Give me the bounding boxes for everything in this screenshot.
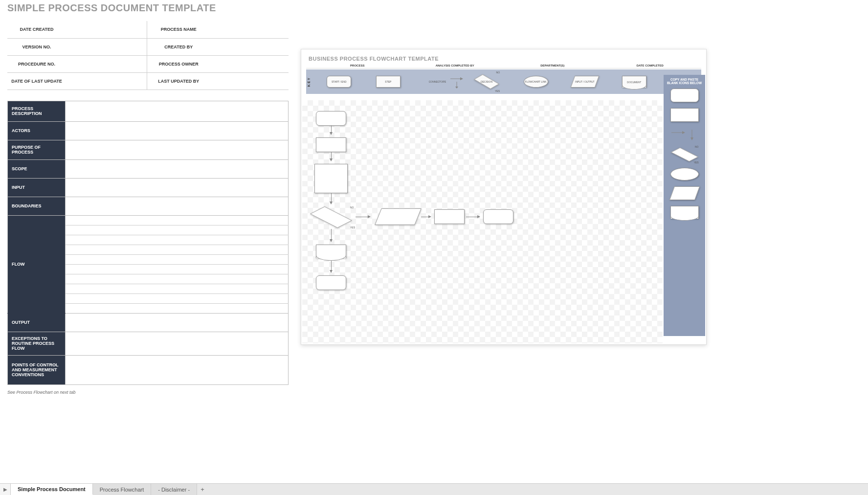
canvas-document-shape[interactable]	[316, 245, 346, 258]
add-sheet-button[interactable]: +	[197, 486, 208, 493]
tab-disclaimer[interactable]: - Disclaimer -	[151, 484, 197, 495]
value-input[interactable]	[66, 178, 289, 197]
sheet-tab-bar: ▶ Simple Process Document Process Flowch…	[0, 483, 868, 495]
arrow-down-icon	[331, 126, 332, 135]
page-title: SIMPLE PROCESS DOCUMENT TEMPLATE	[7, 2, 289, 14]
label-procedure-no: PROCEDURE NO.	[7, 55, 66, 72]
canvas-process-shape[interactable]	[316, 137, 346, 152]
flow-row[interactable]	[66, 215, 289, 225]
svg-marker-5	[682, 131, 685, 134]
value-scope[interactable]	[66, 159, 289, 178]
value-created-by[interactable]	[210, 38, 289, 55]
label-date-last-update: DATE OF LAST UPDATE	[7, 72, 66, 90]
flow-row[interactable]	[66, 303, 289, 313]
label-created-by: CREATED BY	[147, 38, 210, 55]
tab-process-flowchart[interactable]: Process Flowchart	[93, 484, 151, 495]
flowchart-title: BUSINESS PROCESS FLOWCHART TEMPLATE	[309, 56, 701, 62]
value-purpose[interactable]	[66, 140, 289, 159]
canvas-io-shape[interactable]	[375, 208, 422, 225]
flow-row[interactable]	[66, 245, 289, 254]
arrow-down-icon	[331, 229, 332, 242]
value-points[interactable]	[66, 355, 289, 384]
label-process-description: PROCESS DESCRIPTION	[8, 101, 66, 121]
process-document-template: SIMPLE PROCESS DOCUMENT TEMPLATE DATE CR…	[7, 2, 289, 395]
canvas-process-shape-2[interactable]	[434, 209, 465, 224]
palette-decision[interactable]: NO YES	[670, 147, 699, 162]
flow-row[interactable]	[66, 235, 289, 245]
palette-ellipse[interactable]	[670, 168, 699, 180]
terminator-shape-icon: START / END	[327, 76, 351, 88]
palette-connectors[interactable]	[670, 128, 699, 141]
svg-marker-1	[460, 77, 463, 80]
header-departments: DEPARTMENT(S)	[504, 64, 601, 67]
value-process-owner[interactable]	[210, 55, 289, 72]
legend-document: DOCUMENT	[609, 76, 659, 88]
value-version-no[interactable]	[66, 38, 147, 55]
label-scope: SCOPE	[8, 159, 66, 178]
flow-row[interactable]	[66, 274, 289, 284]
canvas-terminator-shape[interactable]	[316, 275, 346, 290]
label-actors: ACTORS	[8, 121, 66, 140]
flowchart-canvas[interactable]: NO YES	[302, 100, 663, 343]
svg-marker-3	[455, 87, 458, 89]
value-boundaries[interactable]	[66, 197, 289, 215]
value-date-last-update[interactable]	[66, 72, 147, 90]
label-exceptions: EXCEPTIONS TO ROUTINE PROCESS FLOW	[8, 332, 66, 355]
label-process-owner: PROCESS OWNER	[147, 55, 210, 72]
decision-yes-label: YES	[350, 226, 355, 229]
palette-io[interactable]	[669, 186, 699, 200]
value-actors[interactable]	[66, 121, 289, 140]
legend-input-output: INPUT / OUTPUT	[560, 76, 610, 88]
shape-palette: COPY AND PASTE BLANK ICONS BELOW NO YES	[664, 75, 705, 336]
label-flow: FLOW	[8, 215, 66, 313]
value-process-description[interactable]	[66, 101, 289, 121]
legend-flowchart-link: FLOWCHART LINK	[511, 76, 560, 88]
palette-title: COPY AND PASTE BLANK ICONS BELOW	[664, 78, 705, 89]
tab-simple-process-document[interactable]: Simple Process Document	[11, 484, 93, 495]
decision-no-label: NO	[350, 206, 354, 209]
legend-connectors: CONNECTORS	[413, 75, 462, 89]
header-analysis-by: ANALYSIS COMPLETED BY	[406, 64, 504, 67]
palette-process[interactable]	[670, 108, 699, 122]
arrow-right-icon	[421, 217, 431, 217]
sections-table: PROCESS DESCRIPTION ACTORS PURPOSE OF PR…	[7, 101, 289, 385]
label-process-name: PROCESS NAME	[147, 21, 210, 38]
label-date-created: DATE CREATED	[7, 21, 66, 38]
flow-row[interactable]	[66, 293, 289, 303]
label-purpose: PURPOSE OF PROCESS	[8, 140, 66, 159]
footer-note: See Process Flowchart on next tab	[7, 390, 289, 395]
svg-marker-7	[690, 137, 693, 140]
value-last-updated-by[interactable]	[210, 72, 289, 90]
canvas-decision-shape[interactable]	[307, 205, 356, 229]
process-shape-icon: STEP	[376, 76, 401, 88]
arrow-down-icon	[331, 152, 332, 161]
value-output[interactable]	[66, 313, 289, 332]
flow-row[interactable]	[66, 225, 289, 235]
arrow-right-icon	[356, 217, 370, 217]
legend-key-row: KEY START / END STEP CONNECTORS DECISION…	[306, 69, 701, 94]
flow-row[interactable]	[66, 264, 289, 274]
key-label: KEY	[307, 77, 311, 87]
palette-document[interactable]	[670, 206, 699, 219]
value-procedure-no[interactable]	[66, 55, 147, 72]
canvas-process-large-shape[interactable]	[314, 164, 348, 193]
flowchart-header-row: PROCESS ANALYSIS COMPLETED BY DEPARTMENT…	[306, 64, 701, 68]
value-date-created[interactable]	[66, 21, 147, 38]
flow-row[interactable]	[66, 254, 289, 264]
legend-decision: DECISION NO YES	[462, 74, 512, 89]
value-exceptions[interactable]	[66, 332, 289, 355]
label-boundaries: BOUNDARIES	[8, 197, 66, 215]
document-shape-icon: DOCUMENT	[622, 76, 646, 88]
value-process-name[interactable]	[210, 21, 289, 38]
arrow-down-icon	[331, 193, 332, 204]
arrow-right-icon	[466, 217, 480, 217]
label-last-updated-by: LAST UPDATED BY	[147, 72, 210, 90]
canvas-start-shape[interactable]	[316, 111, 346, 126]
tab-nav-icon[interactable]: ▶	[0, 484, 11, 495]
canvas-end-shape[interactable]	[483, 209, 513, 224]
flowchart-template: BUSINESS PROCESS FLOWCHART TEMPLATE PROC…	[301, 49, 707, 345]
label-input: INPUT	[8, 178, 66, 197]
flow-row[interactable]	[66, 284, 289, 293]
palette-terminator[interactable]	[670, 89, 699, 102]
document-header-table: DATE CREATEDPROCESS NAME VERSION NO.CREA…	[7, 21, 289, 90]
